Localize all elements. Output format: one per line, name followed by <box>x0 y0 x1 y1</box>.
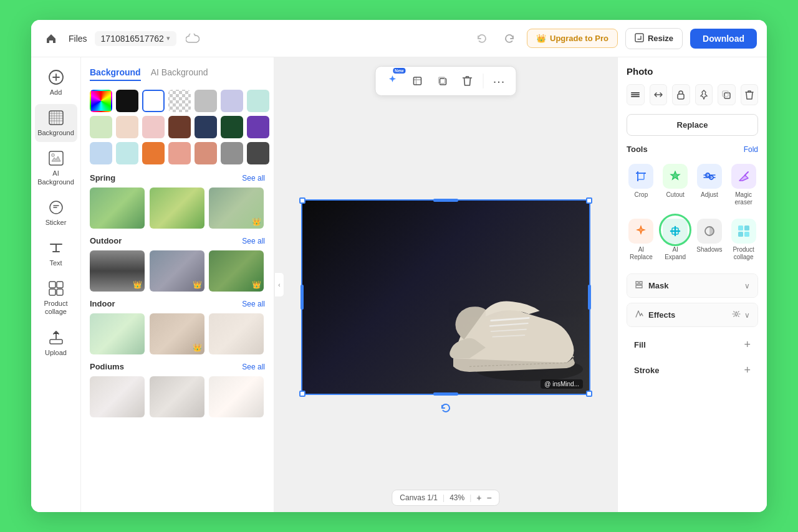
outdoor-see-all[interactable]: See all <box>242 237 265 245</box>
resize-handle-bl[interactable] <box>299 391 305 397</box>
sidebar-item-upload[interactable]: Upload <box>35 324 77 362</box>
outdoor-image-3[interactable]: 👑 <box>209 250 264 292</box>
color-swatch-mint[interactable] <box>247 90 269 112</box>
tool-magic-eraser[interactable]: Magic eraser <box>729 160 758 210</box>
indoor-image-3[interactable] <box>209 313 264 354</box>
podiums-image-1[interactable] <box>90 376 145 417</box>
canvas-selected-object[interactable]: @ insMind... <box>301 199 590 395</box>
resize-handle-left[interactable] <box>300 285 304 310</box>
resize-handle-bottom[interactable] <box>433 392 458 396</box>
tool-ai-expand[interactable]: AI Expand <box>661 215 690 265</box>
mask-header[interactable]: Mask ∨ <box>627 274 757 297</box>
rotate-handle[interactable] <box>440 402 452 417</box>
effects-header[interactable]: Effects ∨ <box>627 303 757 326</box>
crown-badge-indoor2: 👑 <box>193 343 202 352</box>
tool-shadows[interactable]: Shadows <box>695 215 724 265</box>
color-swatch-white[interactable] <box>142 90 165 112</box>
rp-lock-icon[interactable] <box>672 84 690 105</box>
tool-ai-replace[interactable]: AI Replace <box>627 215 656 265</box>
resize-handle-top[interactable] <box>433 199 458 202</box>
add-icon <box>47 69 65 86</box>
rp-pin-icon[interactable] <box>695 84 713 105</box>
color-swatch-dblue[interactable] <box>195 116 217 138</box>
tool-adjust[interactable]: Adjust <box>695 160 724 210</box>
podiums-image-3[interactable] <box>209 376 264 417</box>
color-swatch-rose[interactable] <box>195 142 217 164</box>
tools-grid: Crop Cutout Adjust <box>627 160 758 265</box>
crown-badge-outdoor2: 👑 <box>193 280 202 289</box>
resize-handle-tr[interactable] <box>586 197 592 204</box>
color-swatch-peach[interactable] <box>116 116 138 138</box>
stroke-row[interactable]: Stroke + <box>627 358 758 383</box>
outdoor-image-2[interactable]: 👑 <box>150 250 204 292</box>
tab-background[interactable]: Background <box>90 67 141 81</box>
color-swatch-brown[interactable] <box>168 116 191 138</box>
zoom-in-button[interactable]: + <box>476 493 481 503</box>
color-swatch-dgray[interactable] <box>247 142 269 164</box>
home-button[interactable] <box>41 29 61 49</box>
color-swatch-purple[interactable] <box>247 116 269 138</box>
outdoor-image-1[interactable]: 👑 <box>90 250 145 292</box>
indoor-see-all[interactable]: See all <box>242 300 265 308</box>
effects-settings-icon[interactable] <box>732 310 741 320</box>
download-button[interactable]: Download <box>690 29 757 49</box>
podiums-image-2[interactable] <box>150 376 204 417</box>
sidebar-item-sticker[interactable]: Sticker <box>35 194 77 232</box>
fill-add-icon: + <box>744 338 751 351</box>
svg-rect-17 <box>57 289 63 295</box>
indoor-image-2[interactable]: 👑 <box>150 313 204 354</box>
color-swatch-transparent[interactable] <box>168 90 191 112</box>
resize-handle-br[interactable] <box>586 391 592 397</box>
resize-handle-right[interactable] <box>588 285 591 310</box>
tool-crop[interactable]: Crop <box>627 160 656 210</box>
fold-label[interactable]: Fold <box>744 145 758 154</box>
resize-handle-tl[interactable] <box>299 197 305 204</box>
indoor-image-1[interactable] <box>90 313 145 354</box>
spring-image-3[interactable]: 👑 <box>209 188 264 229</box>
color-swatch-gradient[interactable] <box>90 90 112 112</box>
podiums-see-all[interactable]: See all <box>242 363 265 371</box>
redo-button[interactable] <box>499 29 519 49</box>
rp-delete-icon[interactable] <box>741 84 759 105</box>
color-swatch-salmon[interactable] <box>168 142 191 164</box>
delete-canvas-button[interactable] <box>457 70 478 92</box>
fill-row[interactable]: Fill + <box>627 332 758 358</box>
undo-button[interactable] <box>472 29 492 49</box>
spring-image-2[interactable] <box>150 188 204 229</box>
tab-ai-background[interactable]: AI Background <box>151 67 208 81</box>
rp-duplicate-icon[interactable] <box>718 84 736 105</box>
tool-product-collage[interactable]: Product collage <box>729 215 758 265</box>
zoom-out-button[interactable]: − <box>486 493 491 503</box>
sidebar-item-add[interactable]: Add <box>35 64 77 102</box>
crop-canvas-button[interactable] <box>407 70 428 92</box>
color-swatch-orange[interactable] <box>142 142 165 164</box>
color-swatch-mgray[interactable] <box>221 142 243 164</box>
color-swatch-black[interactable] <box>116 90 138 112</box>
color-swatch-lavender[interactable] <box>221 90 243 112</box>
ai-tool-button[interactable]: New <box>382 70 403 92</box>
sidebar-item-background[interactable]: Background <box>35 104 77 142</box>
more-options-button[interactable]: ··· <box>489 70 510 92</box>
color-swatch-lpink[interactable] <box>142 116 165 138</box>
color-swatch-lgray[interactable] <box>195 90 217 112</box>
replace-button[interactable]: Replace <box>627 114 758 136</box>
upgrade-pro-button[interactable]: 👑 Upgrade to Pro <box>527 29 618 48</box>
spring-image-1[interactable] <box>90 188 145 229</box>
tool-cutout[interactable]: Cutout <box>661 160 690 210</box>
copy-canvas-button[interactable] <box>432 70 453 92</box>
panel-collapse-left[interactable]: ‹ <box>274 272 284 297</box>
sidebar-item-product-collage[interactable]: Product collage <box>35 275 77 321</box>
filename-selector[interactable]: 1710816517762 ▾ <box>95 31 176 46</box>
color-swatch-lblue[interactable] <box>90 142 112 164</box>
sidebar-item-text[interactable]: Text <box>35 234 77 272</box>
files-label[interactable]: Files <box>69 34 87 44</box>
sidebar-item-ai-background[interactable]: AI Background <box>35 145 77 191</box>
color-swatch-lteal[interactable] <box>116 142 138 164</box>
rp-layers-icon[interactable] <box>627 84 645 105</box>
rp-flip-icon[interactable] <box>650 84 668 105</box>
resize-button[interactable]: Resize <box>625 28 683 49</box>
crown-icon: 👑 <box>536 34 546 43</box>
color-swatch-lgreen[interactable] <box>90 116 112 138</box>
spring-see-all[interactable]: See all <box>242 174 265 183</box>
color-swatch-dgreen[interactable] <box>221 116 243 138</box>
